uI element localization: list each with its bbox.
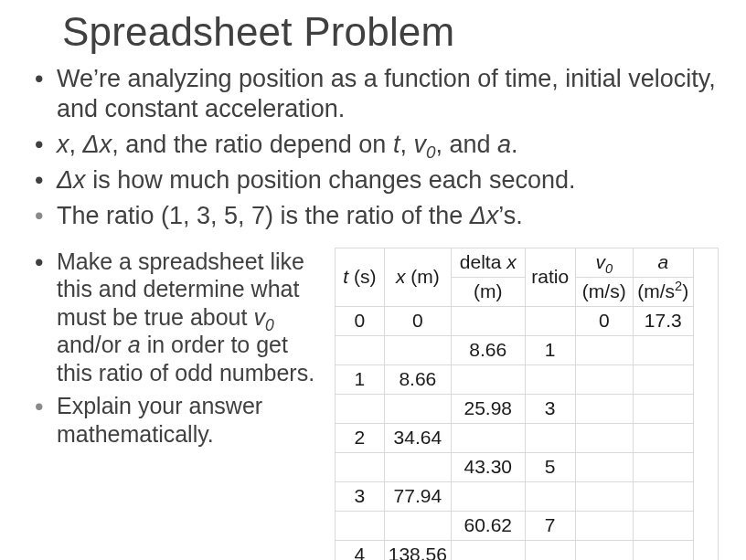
var-v0: v0 — [413, 131, 435, 158]
cell-blank — [633, 423, 693, 452]
text: . — [511, 131, 518, 158]
cell-blank — [451, 423, 525, 452]
cell-blank — [525, 306, 575, 335]
cell-blank — [451, 540, 525, 560]
unit: (m) — [405, 266, 439, 287]
cell-blank — [633, 540, 693, 560]
lower-right: t (s) x (m) delta x ratio v0 a (m) (m/s)… — [329, 248, 719, 560]
cell-blank — [633, 365, 693, 394]
cell-blank — [451, 481, 525, 511]
table-header-row-1: t (s) x (m) delta x ratio v0 a — [336, 248, 719, 277]
v: v — [253, 304, 265, 330]
var-a: a — [497, 131, 511, 158]
bullet-1: We’re analyzing position as a function o… — [53, 64, 719, 124]
table-row: 25.98 3 — [336, 394, 719, 423]
data-table: t (s) x (m) delta x ratio v0 a (m) (m/s)… — [335, 248, 719, 560]
cell-blank — [575, 540, 633, 560]
cell-x: 138.56 — [384, 540, 451, 560]
cell-ratio: 1 — [525, 335, 575, 365]
table-row: 0 0 0 17.3 — [336, 306, 719, 335]
cell-x: 0 — [384, 306, 451, 335]
table-row: 3 77.94 — [336, 481, 719, 511]
cell-t: 3 — [336, 481, 385, 511]
var-delta-x: Δx — [57, 166, 86, 194]
page-title: Spreadsheet Problem — [62, 9, 719, 55]
bullet-4: The ratio (1, 3, 5, 7) is the ratio of t… — [53, 201, 719, 231]
cell-blank — [633, 394, 693, 423]
text: , and — [435, 131, 497, 158]
cell-blank — [384, 511, 451, 540]
table-row: 2 34.64 — [336, 423, 719, 452]
delta: delta — [460, 251, 506, 272]
unit: (s) — [348, 266, 376, 287]
cell-ratio: 5 — [525, 452, 575, 481]
text: , — [400, 131, 413, 158]
a: a — [657, 251, 668, 272]
cell-blank — [525, 365, 575, 394]
col-header-v0-unit: (m/s) — [575, 277, 633, 306]
col-header-v0-top: v0 — [575, 248, 633, 277]
cell-blank — [525, 481, 575, 511]
cell-ratio: 7 — [525, 511, 575, 540]
var-v0: v0 — [253, 304, 273, 330]
v: v — [413, 131, 426, 158]
cell-blank — [575, 481, 633, 511]
bullet-3: Δx is how much position changes each sec… — [53, 165, 719, 195]
col-header-ratio: ratio — [525, 248, 575, 306]
col-header-x: x (m) — [384, 248, 451, 306]
x: x — [506, 251, 517, 272]
cell-blank — [633, 335, 693, 365]
cell-t: 4 — [336, 540, 385, 560]
text: The ratio (1, 3, 5, 7) is the ratio of t… — [57, 202, 470, 229]
col-header-t: t (s) — [336, 248, 385, 306]
table-row: 43.30 5 — [336, 452, 719, 481]
cell-dx: 25.98 — [451, 394, 525, 423]
var-a: a — [128, 332, 141, 357]
var-x: x — [57, 131, 69, 158]
v: v — [595, 251, 605, 272]
cell-blank — [384, 335, 451, 365]
lower-row: Make a spreadsheet like this and determi… — [27, 248, 719, 560]
cell-blank — [525, 540, 575, 560]
text: , and the ratio depend on — [112, 131, 393, 158]
cell-dx: 8.66 — [451, 335, 525, 365]
cell-blank — [575, 423, 633, 452]
col-header-a-top: a — [633, 248, 693, 277]
var-delta-x: Δx — [470, 202, 499, 229]
text: is how much position changes each second… — [86, 166, 576, 194]
bullet-2: x, Δx, and the ratio depend on t, v0, an… — [53, 130, 719, 160]
lower-left: Make a spreadsheet like this and determi… — [27, 248, 329, 560]
bullet-list-top: We’re analyzing position as a function o… — [27, 64, 719, 231]
zero-sub: 0 — [605, 261, 613, 276]
table-row: 1 8.66 — [336, 365, 719, 394]
bullet-list-lower: Make a spreadsheet like this and determi… — [27, 248, 329, 449]
cell-blank — [633, 481, 693, 511]
trailing-col — [693, 248, 718, 560]
post: ) — [682, 280, 688, 301]
cell-blank — [336, 335, 385, 365]
cell-blank — [575, 365, 633, 394]
cell-t: 2 — [336, 423, 385, 452]
cell-blank — [336, 511, 385, 540]
col-header-dx-top: delta x — [451, 248, 525, 277]
cell-blank — [575, 511, 633, 540]
pre: (m/s — [637, 280, 675, 301]
cell-blank — [451, 365, 525, 394]
table-row: 60.62 7 — [336, 511, 719, 540]
cell-blank — [336, 452, 385, 481]
bullet-make-spreadsheet: Make a spreadsheet like this and determi… — [53, 248, 329, 387]
cell-ratio: 3 — [525, 394, 575, 423]
col-header-a-unit: (m/s2) — [633, 277, 693, 306]
cell-dx: 43.30 — [451, 452, 525, 481]
cell-blank — [451, 306, 525, 335]
cell-v0: 0 — [575, 306, 633, 335]
cell-blank — [384, 394, 451, 423]
table-row: 4 138.56 — [336, 540, 719, 560]
text: ’s. — [498, 202, 523, 229]
text: and/or — [57, 332, 128, 357]
zero-sub: 0 — [426, 143, 436, 162]
cell-blank — [525, 423, 575, 452]
text: , — [69, 131, 83, 158]
col-header-dx-unit: (m) — [451, 277, 525, 306]
sup: 2 — [675, 279, 682, 293]
